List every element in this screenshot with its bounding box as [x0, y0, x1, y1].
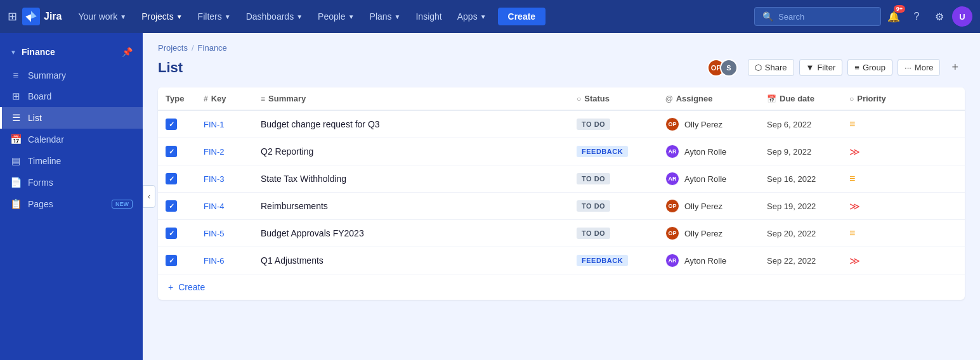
priority-high-icon: ≫ [849, 201, 860, 212]
more-button[interactable]: ··· More [898, 59, 940, 76]
issue-key-link[interactable]: FIN-2 [204, 147, 225, 157]
more-icon: ··· [905, 63, 911, 72]
status-badge[interactable]: FEEDBACK [577, 146, 628, 157]
assignee-filter-avatars: OP S [707, 59, 738, 77]
sidebar-item-summary[interactable]: ≡ Summary [0, 65, 143, 86]
sidebar-item-forms[interactable]: 📄 Forms [0, 172, 143, 193]
row-due-date: Sep 20, 2022 [767, 229, 849, 238]
status-col-icon: ○ [577, 94, 581, 103]
avatar-ayton[interactable]: S [720, 59, 738, 77]
help-icon: ? [914, 11, 920, 22]
row-summary[interactable]: State Tax Withholding [261, 174, 577, 184]
sidebar-item-timeline[interactable]: ▤ Timeline [0, 150, 143, 172]
table-row[interactable]: ✓ FIN-5 Budget Approvals FY2023 TO DO OP… [158, 220, 965, 247]
row-assignee[interactable]: AR Ayton Rolle [665, 254, 767, 267]
row-status[interactable]: TO DO [577, 119, 665, 130]
group-icon: ≡ [854, 63, 859, 72]
issue-key-link[interactable]: FIN-1 [204, 120, 225, 129]
task-type-icon: ✓ [166, 200, 177, 212]
row-due-date: Sep 16, 2022 [767, 174, 849, 184]
row-status[interactable]: FEEDBACK [577, 146, 665, 157]
row-summary[interactable]: Q2 Reporting [261, 146, 577, 157]
status-badge[interactable]: TO DO [577, 173, 610, 184]
grid-icon[interactable]: ⊞ [8, 10, 17, 23]
row-key[interactable]: FIN-3 [204, 174, 261, 184]
assignee-avatar: AR [665, 145, 679, 158]
row-status[interactable]: TO DO [577, 228, 665, 239]
row-assignee[interactable]: AR Ayton Rolle [665, 145, 767, 158]
sidebar-header: ▼ Finance 📌 [0, 43, 143, 65]
row-assignee[interactable]: OP Olly Perez [665, 199, 767, 213]
table-row[interactable]: ✓ FIN-3 State Tax Withholding TO DO AR A… [158, 165, 965, 193]
row-key[interactable]: FIN-4 [204, 201, 261, 211]
add-column-button[interactable]: + [945, 58, 965, 77]
sidebar-item-calendar[interactable]: 📅 Calendar [0, 129, 143, 150]
assignee-name: Olly Perez [684, 229, 722, 238]
row-assignee[interactable]: AR Ayton Rolle [665, 172, 767, 186]
assignee-name: Olly Perez [684, 120, 722, 129]
breadcrumb-projects[interactable]: Projects [158, 43, 188, 53]
row-summary[interactable]: Budget Approvals FY2023 [261, 228, 577, 238]
row-key[interactable]: FIN-1 [204, 119, 261, 129]
row-summary[interactable]: Budget change request for Q3 [261, 119, 577, 129]
user-avatar[interactable]: U [952, 6, 972, 27]
nav-apps[interactable]: Apps ▼ [451, 8, 493, 25]
sidebar-project-title[interactable]: ▼ Finance [10, 47, 55, 57]
nav-your-work[interactable]: Your work ▼ [72, 8, 133, 25]
row-key[interactable]: FIN-2 [204, 146, 261, 157]
sidebar-item-board[interactable]: ⊞ Board [0, 86, 143, 107]
create-button[interactable]: Create [498, 8, 546, 25]
row-due-date: Sep 22, 2022 [767, 256, 849, 266]
status-badge[interactable]: TO DO [577, 228, 610, 239]
notifications-button[interactable]: 🔔 9+ [884, 6, 904, 27]
sidebar-collapse-button[interactable]: ‹ [143, 185, 155, 208]
priority-high-icon: ≫ [849, 146, 860, 157]
nav-people[interactable]: People ▼ [311, 8, 361, 25]
table-row[interactable]: ✓ FIN-4 Reimbursements TO DO OP Olly Per… [158, 193, 965, 220]
issue-key-link[interactable]: FIN-6 [204, 256, 225, 266]
row-key[interactable]: FIN-6 [204, 255, 261, 266]
row-summary[interactable]: Reimbursements [261, 201, 577, 211]
row-status[interactable]: TO DO [577, 173, 665, 184]
col-status: ○ Status [577, 94, 665, 103]
row-summary[interactable]: Q1 Adjustments [261, 255, 577, 266]
row-status[interactable]: TO DO [577, 200, 665, 212]
logo[interactable]: Jira [22, 8, 62, 25]
nav-insight[interactable]: Insight [409, 8, 448, 25]
priority-medium-icon: ≡ [849, 119, 855, 129]
nav-plans[interactable]: Plans ▼ [363, 8, 407, 25]
col-type: Type [166, 94, 204, 103]
status-badge[interactable]: TO DO [577, 119, 610, 130]
status-badge[interactable]: TO DO [577, 200, 610, 212]
table-row[interactable]: ✓ FIN-1 Budget change request for Q3 TO … [158, 111, 965, 138]
row-assignee[interactable]: OP Olly Perez [665, 117, 767, 131]
help-button[interactable]: ? [906, 6, 927, 27]
nav-filters[interactable]: Filters ▼ [192, 8, 237, 25]
share-icon: ⬡ [755, 63, 762, 72]
row-assignee[interactable]: OP Olly Perez [665, 226, 767, 240]
sidebar-wrapper: ▼ Finance 📌 ≡ Summary ⊞ Board ☰ List 📅 C… [0, 33, 143, 360]
search-input[interactable]: 🔍 Search [754, 7, 881, 26]
priority-high-icon: ≫ [849, 255, 860, 266]
status-badge[interactable]: FEEDBACK [577, 255, 628, 266]
nav-dashboards[interactable]: Dashboards ▼ [240, 8, 309, 25]
group-button[interactable]: ≡ Group [847, 59, 892, 76]
issue-key-link[interactable]: FIN-5 [204, 229, 225, 238]
task-type-icon: ✓ [166, 146, 177, 157]
table-row[interactable]: ✓ FIN-6 Q1 Adjustments FEEDBACK AR Ayton… [158, 247, 965, 274]
nav-projects[interactable]: Projects ▼ [135, 8, 188, 25]
settings-button[interactable]: ⚙ [929, 6, 950, 27]
issue-key-link[interactable]: FIN-4 [204, 202, 225, 211]
issue-key-link[interactable]: FIN-3 [204, 174, 225, 184]
row-key[interactable]: FIN-5 [204, 228, 261, 238]
share-button[interactable]: ⬡ Share [748, 59, 794, 76]
table-row[interactable]: ✓ FIN-2 Q2 Reporting FEEDBACK AR Ayton R… [158, 138, 965, 165]
pin-icon[interactable]: 📌 [122, 47, 133, 57]
sidebar-item-list[interactable]: ☰ List [0, 107, 143, 129]
assignee-name: Ayton Rolle [684, 174, 726, 184]
row-priority: ≡ [849, 173, 932, 184]
row-status[interactable]: FEEDBACK [577, 255, 665, 266]
create-row[interactable]: + Create [158, 274, 965, 300]
filter-button[interactable]: ▼ Filter [799, 59, 843, 76]
sidebar-item-pages[interactable]: 📋 Pages NEW [0, 193, 143, 215]
